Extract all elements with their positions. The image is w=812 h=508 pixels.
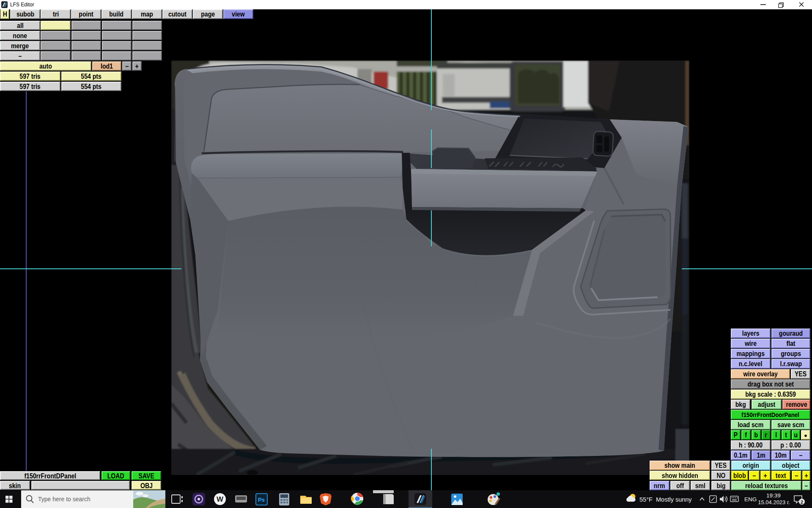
svg-text:W: W [217, 495, 224, 503]
svg-text:Mostly sunny: Mostly sunny [656, 496, 692, 503]
svg-text:55°F: 55°F [639, 496, 653, 503]
svg-text:Ps: Ps [258, 497, 265, 503]
svg-text:ENG: ENG [744, 496, 757, 502]
svg-text:2: 2 [801, 500, 803, 505]
svg-text:19:39: 19:39 [766, 492, 781, 499]
svg-text:15.04.2023 г.: 15.04.2023 г. [758, 499, 790, 505]
svg-text:Type here to search: Type here to search [38, 496, 91, 502]
